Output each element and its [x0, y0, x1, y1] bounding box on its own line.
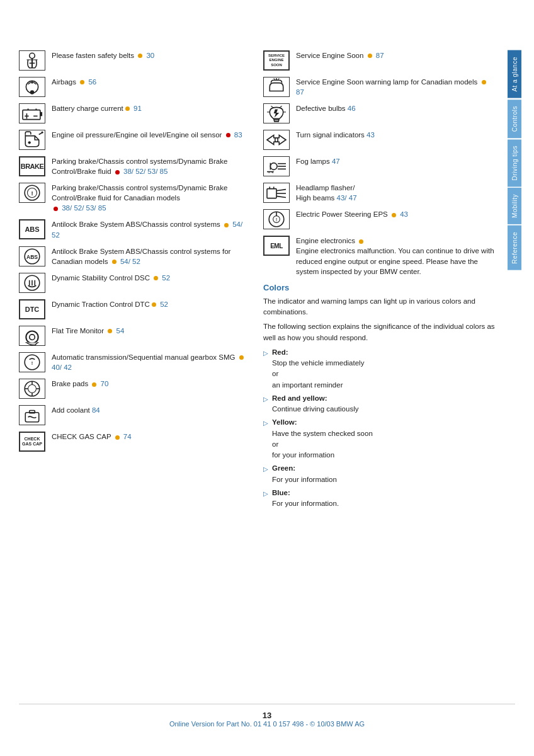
svg-text:!: !: [31, 190, 33, 197]
svg-line-50: [276, 190, 286, 191]
item-service-engine-canadian: Service Engine Soon warning lamp for Can…: [263, 77, 495, 97]
text-auto-trans: Automatic transmission/Sequential manual…: [52, 352, 251, 372]
text-fog-lamps: Fog lamps 47: [296, 156, 495, 166]
text-dsc: Dynamic Stability Control DSC 52: [52, 273, 251, 283]
item-eps: ! Electric Power Steering EPS 43: [263, 209, 495, 229]
item-fasten-seatbelt: Please fasten safety belts 30: [19, 50, 251, 71]
item-coolant: Add coolant 84: [19, 405, 251, 425]
item-abs: ABS Antilock Brake System ABS/Chassis co…: [19, 219, 251, 239]
icon-bulb: [263, 103, 290, 123]
left-column: Please fasten safety belts 30: [19, 50, 251, 697]
footer-text: Online Version for Part No. 01 41 0 157 …: [169, 720, 365, 728]
text-abs-canadian: Antilock Brake System ABS/Chassis contro…: [52, 246, 251, 266]
text-gas-cap: CHECK GAS CAP 74: [52, 432, 251, 442]
icon-eml: EML: [263, 236, 290, 256]
text-dtc: Dynamic Traction Control DTC 52: [52, 299, 251, 309]
icon-tire: [19, 326, 45, 346]
text-brake: Parking brake/Chassis control systems/Dy…: [52, 156, 251, 176]
color-content-red: Red: Stop the vehicle immediatelyoran im…: [272, 347, 495, 391]
sidebar-tab-mobility[interactable]: Mobility: [508, 188, 521, 224]
item-battery: Battery charge current 91: [19, 103, 251, 123]
sidebar-tab-reference[interactable]: Reference: [508, 226, 521, 270]
svg-marker-43: [275, 135, 286, 145]
text-brake-pads: Brake pads 70: [52, 379, 251, 389]
item-brake-canadian: ! Parking brake/Chassis control systems/…: [19, 183, 251, 213]
item-turn-signal: Turn signal indicators 43: [263, 130, 495, 150]
arrow-icon-red: ▷: [263, 348, 268, 358]
item-defective-bulbs: Defective bulbs 46: [263, 103, 495, 123]
svg-rect-6: [23, 110, 40, 120]
icon-fog: [263, 156, 290, 176]
page-footer: 13 Online Version for Part No. 01 41 0 1…: [19, 704, 515, 731]
svg-point-13: [28, 141, 31, 144]
icon-dtc: DTC: [19, 299, 45, 319]
colors-intro2: The following section explains the signi…: [263, 321, 495, 343]
svg-text:!: !: [31, 360, 33, 366]
icon-service-engine-text: SERVICEENGINESOON: [263, 50, 290, 71]
page-container: Please fasten safety belts 30: [0, 0, 534, 756]
icon-oil: [19, 130, 45, 150]
svg-line-52: [276, 197, 286, 198]
svg-rect-49: [267, 189, 276, 198]
item-service-engine: SERVICEENGINESOON Service Engine Soon 87: [263, 50, 495, 71]
svg-point-15: [41, 132, 43, 134]
color-item-yellow: ▷ Yellow: Have the system checked soonor…: [263, 417, 495, 461]
icon-turn-signal: [263, 130, 290, 150]
color-content-red-yellow: Red and yellow: Continue driving cautiou…: [272, 393, 495, 415]
icon-trans: !: [19, 352, 45, 372]
color-content-yellow: Yellow: Have the system checked soonorfo…: [272, 417, 495, 461]
text-engine-electronics: Engine electronics Engine electronics ma…: [296, 236, 495, 276]
right-column: SERVICEENGINESOON Service Engine Soon 87: [263, 50, 495, 697]
text-engine-oil: Engine oil pressure/Engine oil level/Eng…: [52, 130, 251, 140]
text-flat-tire: Flat Tire Monitor 54: [52, 326, 251, 336]
sidebar-tab-driving-tips[interactable]: Driving tips: [508, 139, 521, 186]
item-flat-tire: Flat Tire Monitor 54: [19, 326, 251, 346]
color-item-red-yellow: ▷ Red and yellow: Continue driving cauti…: [263, 393, 495, 415]
color-item-red: ▷ Red: Stop the vehicle immediatelyoran …: [263, 347, 495, 391]
icon-airbag: [19, 77, 45, 97]
arrow-icon-green: ▷: [263, 464, 268, 474]
item-abs-canadian: ABS Antilock Brake System ABS/Chassis co…: [19, 246, 251, 266]
icon-service-engine-lamp: [263, 77, 290, 97]
item-brake-pads: Brake pads 70: [19, 379, 251, 399]
sidebar-tab-controls[interactable]: Controls: [508, 100, 521, 138]
svg-text:ABS: ABS: [26, 254, 38, 260]
item-brake: BRAKE Parking brake/Chassis control syst…: [19, 156, 251, 176]
icon-coolant: [19, 405, 45, 425]
item-gas-cap: CHECKGAS CAP CHECK GAS CAP 74: [19, 432, 251, 452]
text-headlamp: Headlamp flasher/High beams 43/ 47: [296, 183, 495, 203]
colors-intro1: The indicator and warning lamps can ligh…: [263, 296, 495, 318]
svg-text:!: !: [276, 218, 277, 222]
text-service-engine-canadian: Service Engine Soon warning lamp for Can…: [296, 77, 495, 97]
arrow-icon-blue: ▷: [263, 489, 268, 498]
item-headlamp: Headlamp flasher/High beams 43/ 47: [263, 183, 495, 203]
svg-point-44: [270, 163, 277, 170]
svg-rect-33: [30, 411, 35, 413]
item-engine-oil: Engine oil pressure/Engine oil level/Eng…: [19, 130, 251, 150]
icon-abs-circle: ABS: [19, 246, 45, 266]
svg-marker-42: [267, 135, 278, 145]
color-content-blue: Blue: For your information.: [272, 488, 495, 510]
main-content: Please fasten safety belts 30: [0, 50, 508, 697]
svg-point-0: [30, 53, 35, 59]
sidebar-tab-at-a-glance[interactable]: At a glance: [508, 50, 521, 98]
icon-headlamp: [263, 183, 290, 203]
color-item-green: ▷ Green: For your information: [263, 463, 495, 485]
item-auto-trans: ! Automatic transmission/Sequential manu…: [19, 352, 251, 372]
arrow-icon-red-yellow: ▷: [263, 394, 268, 404]
text-brake-canadian: Parking brake/Chassis control systems/Dy…: [52, 183, 251, 213]
sidebar-tabs: At a glance Controls Driving tips Mobili…: [508, 50, 521, 697]
text-airbags: Airbags 56: [52, 77, 251, 87]
icon-brake: BRAKE: [19, 156, 45, 176]
item-fog-lamps: Fog lamps 47: [263, 156, 495, 176]
item-airbags: Airbags 56: [19, 77, 251, 97]
text-eps: Electric Power Steering EPS 43: [296, 209, 495, 219]
item-dsc: Dynamic Stability Control DSC 52: [19, 273, 251, 293]
colors-title: Colors: [263, 283, 495, 292]
arrow-icon-yellow: ▷: [263, 418, 268, 428]
item-engine-electronics: EML Engine electronics Engine electronic…: [263, 236, 495, 276]
icon-battery: [19, 103, 45, 123]
svg-point-27: [28, 385, 37, 393]
text-turn-signal: Turn signal indicators 43: [296, 130, 495, 140]
svg-point-23: [30, 335, 35, 340]
